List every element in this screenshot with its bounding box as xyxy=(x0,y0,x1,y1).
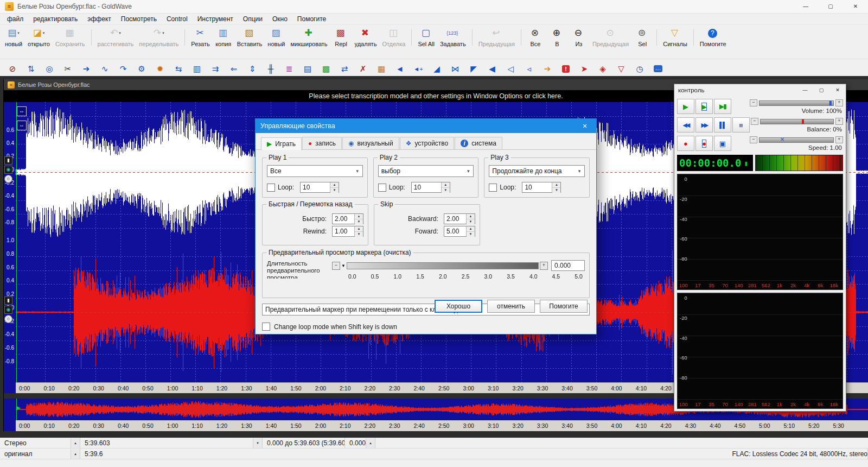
menu-item[interactable]: Помогите xyxy=(292,14,331,24)
toolbar-button[interactable]: ✖ удалять xyxy=(352,26,380,49)
play-mode-combobox[interactable]: Все ▾ xyxy=(267,165,363,177)
noise-gate-icon[interactable]: ✗ xyxy=(354,61,372,77)
record-mode-button[interactable]: ▣ xyxy=(714,136,731,151)
mechanize-icon[interactable]: ⚙ xyxy=(132,61,151,77)
control-close-button[interactable]: ✕ xyxy=(829,84,846,96)
toolbar-button[interactable]: ✚ микшировать xyxy=(288,26,330,49)
play-button[interactable]: ▶ xyxy=(677,99,694,114)
loop-checkbox[interactable] xyxy=(489,184,497,192)
spin-down-icon[interactable]: ▼ xyxy=(355,219,363,224)
spinner-value[interactable]: 1.00 xyxy=(333,226,354,236)
toolbar-button[interactable]: ◪ ▾ открыто xyxy=(25,26,53,49)
color-bars-icon[interactable]: ≣ xyxy=(280,61,298,77)
field-spinner[interactable]: 1.00 ▲▼ xyxy=(332,226,363,237)
menu-item[interactable]: редактировать xyxy=(28,14,82,24)
pipe-icon[interactable]: ▤ xyxy=(298,61,317,77)
dialog-tab[interactable]: ▶ Играть xyxy=(261,137,302,150)
preview-minus-button[interactable]: − xyxy=(332,262,340,270)
preview-slider-thumb[interactable]: ▼ xyxy=(341,263,346,268)
loop-count-spinner[interactable]: 10 ▲▼ xyxy=(411,182,450,193)
toolbar-button[interactable]: ▤ ▾ новый xyxy=(2,26,25,49)
cancel-button[interactable]: отменить xyxy=(487,300,535,313)
volume-down-icon[interactable]: ◃ xyxy=(520,61,538,77)
toolbar-button[interactable]: ↶ ▾ расстегивать xyxy=(95,26,137,49)
loop-checkbox[interactable] xyxy=(267,184,275,192)
control-minimize-button[interactable]: — xyxy=(797,84,813,96)
toolbar-button[interactable]: ▨ новый xyxy=(265,26,288,49)
loop-count-spinner[interactable]: 10 ▲▼ xyxy=(300,182,339,193)
start-marker-handle-icon[interactable]: ⇔ xyxy=(17,106,27,116)
dialog-close-button[interactable]: ✕ xyxy=(573,119,596,133)
invert-icon[interactable]: ⇕ xyxy=(243,61,261,77)
spin-up-icon[interactable]: ▲ xyxy=(330,182,339,188)
spinner-value[interactable]: 10 xyxy=(522,182,552,192)
slider-plus-button[interactable]: + xyxy=(835,99,843,106)
spin-up-icon[interactable]: ▲ xyxy=(552,182,560,188)
goto-icon[interactable]: ➔ xyxy=(77,61,95,77)
spin-down-icon[interactable]: ▼ xyxy=(355,232,363,237)
channel-toggle-icon[interactable]: ○ xyxy=(4,315,12,323)
reverse-icon[interactable]: ⇐ xyxy=(225,61,243,77)
close-button[interactable]: ✕ xyxy=(843,0,868,13)
slider-plus-button[interactable]: + xyxy=(835,136,843,143)
toolbar-button[interactable]: ▢ Sel All xyxy=(415,26,437,49)
menu-item[interactable]: Посмотреть xyxy=(116,14,162,24)
menu-item[interactable]: Control xyxy=(162,14,193,24)
dialog-tab[interactable]: ● запись xyxy=(302,137,342,149)
fade-in-icon[interactable]: ◢ xyxy=(427,61,446,77)
play-mode-combobox[interactable]: Продолжайте до конца ▾ xyxy=(489,165,585,177)
slider-track[interactable]: ▮ xyxy=(759,100,834,106)
channel-toggle-icon[interactable]: ▮ xyxy=(4,296,12,305)
diamond-icon[interactable]: ◈ xyxy=(593,61,612,77)
undo-curve-icon[interactable]: ↷ xyxy=(114,61,132,77)
menu-item[interactable]: файл xyxy=(2,14,28,24)
toolbar-button[interactable]: ▥ копия xyxy=(213,26,234,49)
slider-marker[interactable]: ▮ xyxy=(801,118,805,124)
menu-item[interactable]: Опции xyxy=(238,14,267,24)
channel-toggle-icon[interactable]: ▮ xyxy=(4,156,12,165)
toolbar-button[interactable]: ? Помогите xyxy=(697,26,729,49)
status-spin-button[interactable]: ▴ xyxy=(71,449,80,459)
slider-minus-button[interactable]: − xyxy=(751,118,758,125)
field-spinner[interactable]: 5.00 ▲▼ xyxy=(444,226,475,237)
toolbar-button[interactable]: ↩ Предыдущая xyxy=(476,26,518,49)
spin-up-icon[interactable]: ▲ xyxy=(467,214,475,219)
toolbar-button[interactable]: ◫ Отделка xyxy=(379,26,408,49)
blocks-icon[interactable]: ▦ xyxy=(372,61,391,77)
dialog-tab[interactable]: ◉ визуальный xyxy=(342,137,399,149)
spinner-value[interactable]: 10 xyxy=(412,182,441,192)
fast-forward-button[interactable]: ▶▶ xyxy=(695,117,713,132)
minimize-button[interactable]: — xyxy=(793,0,818,13)
spin-down-icon[interactable]: ▼ xyxy=(442,188,450,193)
spin-down-icon[interactable]: ▼ xyxy=(467,232,475,237)
finish-marker-handle-icon[interactable]: ⇔ xyxy=(17,121,27,130)
toolbar-button[interactable]: ▩ Repl xyxy=(330,26,352,49)
stop-button[interactable]: ■ xyxy=(732,117,750,132)
maximize-button[interactable]: ▢ xyxy=(818,0,843,13)
play-position-marker-icon[interactable]: ▶ xyxy=(17,405,21,411)
toolbar-button[interactable]: ✂ Резать xyxy=(188,26,212,49)
speaker-plus-icon[interactable]: ◄+ xyxy=(409,61,427,77)
play-all-button[interactable]: ▶▮ xyxy=(714,99,731,114)
status-spin-button[interactable]: ▴ xyxy=(366,438,375,448)
wave-icon[interactable]: ∿ xyxy=(95,61,114,77)
matrix-icon[interactable]: ▩ xyxy=(317,61,335,77)
dialog-tab[interactable]: ❖ устройство xyxy=(400,137,455,149)
banner-text[interactable]: Please select transcription model and ot… xyxy=(309,92,563,100)
equalizer-icon[interactable]: ╫ xyxy=(261,61,280,77)
prohibit-icon[interactable]: ⊘ xyxy=(3,61,22,77)
status-spin-button[interactable]: ▾ xyxy=(253,438,262,448)
rewind-button[interactable]: ◀◀ xyxy=(677,117,694,132)
overview-time-axis[interactable]: 0:000:100:200:300:400:501:001:101:201:30… xyxy=(16,420,868,431)
fade-out-icon[interactable]: ◤ xyxy=(464,61,483,77)
menu-item[interactable]: эффект xyxy=(82,14,116,24)
spectrum-filter-icon[interactable]: ▥ xyxy=(188,61,206,77)
stretch-icon[interactable]: ⇆ xyxy=(169,61,188,77)
red-arrow-icon[interactable]: ➤ xyxy=(575,61,593,77)
toolbar-button[interactable]: ⊗ Все xyxy=(525,26,546,49)
toolbar-button[interactable]: ▧ Вставить xyxy=(234,26,265,49)
menu-item[interactable]: Инструмент xyxy=(193,14,238,24)
crossfade-icon[interactable]: ⋈ xyxy=(446,61,464,77)
toolbar-button[interactable]: ▦ Сохранить xyxy=(53,26,88,49)
field-spinner[interactable]: 2.00 ▲▼ xyxy=(444,213,475,224)
